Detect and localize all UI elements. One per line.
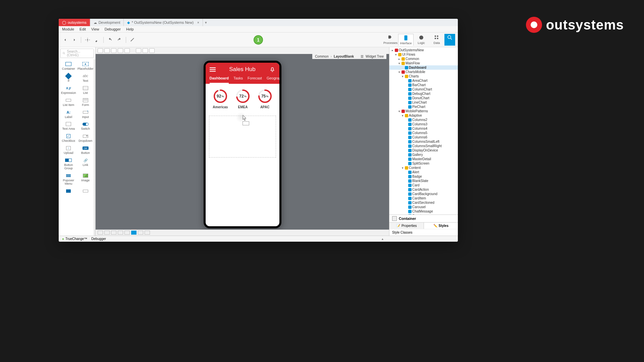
device-4[interactable]: [118, 231, 123, 235]
tree-cardbackground[interactable]: CardBackground: [389, 192, 458, 196]
element-tree[interactable]: ▸OutSystemsNew▾UI Flows▸Common▾MainFlowD…: [389, 47, 458, 215]
search-tab[interactable]: [444, 34, 455, 46]
logic-tab[interactable]: Logic: [414, 34, 429, 46]
tree-columnchart[interactable]: ColumnChart: [389, 87, 458, 92]
properties-tab[interactable]: 📝 Properties: [389, 223, 424, 229]
widget-input[interactable]: Input: [77, 108, 94, 120]
tab-close-icon[interactable]: ×: [197, 21, 199, 24]
back-button[interactable]: [61, 37, 69, 43]
menu-help[interactable]: Help: [126, 27, 134, 31]
widget-text[interactable]: abcText: [77, 72, 94, 84]
device-6[interactable]: [131, 231, 137, 235]
redo-button[interactable]: [116, 37, 123, 43]
align-btn-2[interactable]: [143, 48, 148, 53]
tree-mainflow[interactable]: ▾MainFlow: [389, 61, 458, 65]
widget-if[interactable]: If: [60, 72, 77, 84]
view-btn-4[interactable]: [118, 48, 123, 53]
widget-popovermenu[interactable]: Popover Menu: [60, 172, 77, 187]
widget-upload[interactable]: ↑Upload: [60, 144, 77, 156]
widget-form[interactable]: Form: [77, 96, 94, 108]
view-btn-3[interactable]: [111, 48, 116, 53]
tree-columns3[interactable]: Columns3: [389, 122, 458, 126]
canvas-inner[interactable]: Sales Hub DashboardTasksForecastGeograph…: [96, 54, 389, 230]
widget-dropdown[interactable]: Dropdown: [77, 132, 94, 144]
tree-columns4[interactable]: Columns4: [389, 126, 458, 131]
breadcrumb-a[interactable]: Common: [315, 55, 329, 58]
tree-areachart[interactable]: AreaChart: [389, 78, 458, 83]
device-7[interactable]: [138, 231, 143, 235]
widgettree-label[interactable]: Widget Tree: [366, 55, 384, 58]
view-btn-5[interactable]: [124, 48, 130, 53]
tree-chartsmobile[interactable]: ▾ChartsMobile: [389, 70, 458, 74]
align-btn-1[interactable]: [136, 48, 141, 53]
tree-card[interactable]: Card: [389, 183, 458, 187]
collapse-icon[interactable]: ▲: [381, 237, 384, 241]
fwd-button[interactable]: [71, 37, 78, 43]
tree-columnssmallleft[interactable]: ColumnsSmallLeft: [389, 139, 458, 144]
tab-app[interactable]: ◯ outsystems: [59, 19, 90, 26]
tree-columnssmallright[interactable]: ColumnsSmallRight: [389, 144, 458, 148]
tree-debugchart[interactable]: DebugChart: [389, 92, 458, 96]
widget-link[interactable]: 🔗Link: [77, 156, 94, 172]
gear-button[interactable]: [84, 37, 91, 43]
tab-add-button[interactable]: ▾: [203, 19, 209, 26]
device-2[interactable]: [104, 231, 110, 235]
truechange-tab[interactable]: ● TrueChange™: [62, 237, 87, 241]
tree-cardsectioned[interactable]: CardSectioned: [389, 200, 458, 205]
widget-switch[interactable]: Switch: [77, 120, 94, 132]
tree-linechart[interactable]: LineChart: [389, 100, 458, 105]
debugger-tab[interactable]: Debugger: [91, 237, 106, 241]
device-5[interactable]: [124, 231, 130, 235]
widget-button[interactable]: OKButton: [77, 144, 94, 156]
widget-label[interactable]: A:Label: [60, 108, 77, 120]
tree-cardaction[interactable]: CardAction: [389, 187, 458, 192]
tree-mobilepatterns[interactable]: ▾MobilePatterns: [389, 109, 458, 113]
tree-gallery[interactable]: Gallery: [389, 153, 458, 157]
brush-button[interactable]: [93, 37, 101, 43]
tree-blankslate[interactable]: BlankSlate: [389, 179, 458, 183]
data-tab[interactable]: Data: [429, 34, 444, 46]
tree-columns2[interactable]: Columns2: [389, 118, 458, 122]
tree-carousel[interactable]: Carousel: [389, 205, 458, 209]
widget-flag[interactable]: [60, 187, 77, 196]
tree-carditem[interactable]: CardItem: [389, 196, 458, 200]
tree-content[interactable]: ▾Content: [389, 166, 458, 170]
menu-view[interactable]: View: [91, 27, 99, 31]
tree-dashboard[interactable]: Dashboard: [389, 65, 458, 70]
widget-expression[interactable]: x.yExpression: [60, 84, 77, 96]
widget-textarea[interactable]: Text Area: [60, 120, 77, 132]
tab-env[interactable]: ☁ Development: [90, 19, 124, 26]
tree-ui flows[interactable]: ▾UI Flows: [389, 52, 458, 57]
tree-alert[interactable]: Alert: [389, 170, 458, 174]
tree-displayondevice[interactable]: DisplayOnDevice: [389, 148, 458, 153]
view-btn-1[interactable]: [98, 48, 103, 53]
device-3[interactable]: [111, 231, 116, 235]
tree-outsystemsnew[interactable]: ▸OutSystemsNew: [389, 48, 458, 52]
tree-columns6[interactable]: Columns6: [389, 135, 458, 139]
tree-common[interactable]: ▸Common: [389, 57, 458, 61]
breadcrumb-b[interactable]: LayoutBlank: [334, 55, 354, 58]
toolbox-search[interactable]: Search... (Ctrl+E): [60, 49, 94, 58]
publish-indicator[interactable]: 1: [254, 35, 263, 45]
widget-buttongroup[interactable]: Button Group: [60, 156, 77, 172]
device-1[interactable]: [98, 231, 103, 235]
styles-tab[interactable]: ✏️ Styles: [424, 223, 458, 229]
widget-checkbox[interactable]: ✓Checkbox: [60, 132, 77, 144]
tree-badge[interactable]: Badge: [389, 174, 458, 179]
widget-list[interactable]: List: [77, 84, 94, 96]
tree-charts[interactable]: ▾Charts: [389, 74, 458, 78]
tree-counter[interactable]: Counter: [389, 214, 458, 215]
widget-container[interactable]: Container: [60, 60, 77, 72]
widget-listitem[interactable]: List Item: [60, 96, 77, 108]
phone-tab-tasks[interactable]: Tasks: [233, 76, 243, 84]
phone-tab-forecast[interactable]: Forecast: [248, 76, 262, 84]
undo-button[interactable]: [106, 37, 114, 43]
tree-barchart[interactable]: BarChart: [389, 83, 458, 87]
phone-tab-geographies[interactable]: Geographies: [267, 76, 279, 84]
tree-adaptive[interactable]: ▾Adaptive: [389, 113, 458, 118]
tab-module[interactable]: ◆ * OutSystemsNew (OutSystems New) ×: [124, 19, 203, 26]
device-8[interactable]: [145, 231, 150, 235]
view-btn-2[interactable]: [104, 48, 110, 53]
menu-edit[interactable]: Edit: [79, 27, 86, 31]
widget-placeholder[interactable]: +Placeholder: [77, 60, 94, 72]
